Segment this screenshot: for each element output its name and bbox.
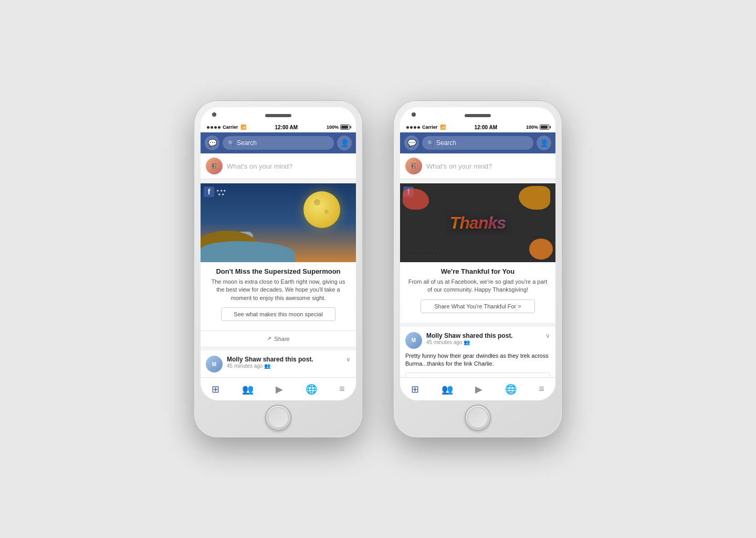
messenger-button-right[interactable]: 💬 (404, 136, 419, 150)
wifi-icon: 📶 (240, 125, 246, 130)
pumpkin-decoration (529, 239, 553, 260)
carrier-label-right: Carrier (422, 125, 438, 130)
share-icon: ↗ (267, 335, 271, 342)
nav-globe-left[interactable]: 🌐 (306, 384, 317, 395)
shared-post-text-right: Pretty funny how their gear dwindles as … (405, 352, 550, 368)
shared-post-header-left: M Molly Shaw shared this post. 45 minute… (206, 356, 351, 373)
feed-right[interactable]: 👫 What's on your mind? f Thanks (400, 153, 555, 377)
share-button-left[interactable]: ↗ Share (201, 330, 356, 346)
nav-menu-left[interactable]: ≡ (339, 384, 345, 395)
shared-post-header-right: M Molly Shaw shared this post. 45 minute… (405, 332, 550, 349)
signal-dot-r4 (417, 126, 420, 129)
chevron-down-icon-right[interactable]: ∨ (545, 332, 550, 339)
nested-post-right: P Peter Smith Yesterday at 9:30 · 👥 (405, 373, 550, 377)
messenger-button-left[interactable]: 💬 (205, 136, 219, 150)
wifi-icon-right: 📶 (440, 125, 446, 130)
signal-dot-3 (214, 126, 217, 129)
phone-top-hardware-right (400, 107, 555, 122)
home-button-left[interactable] (265, 405, 291, 431)
moon-scene: f ★ ★ ★ ★ ★ (201, 183, 356, 262)
facebook-navbar-right: 💬 🔍 Search 👤 (400, 132, 555, 153)
nav-globe-right[interactable]: 🌐 (505, 384, 517, 395)
user-avatar-left: 👫 (206, 158, 223, 174)
phones-container: Carrier 📶 12:00 AM 100% 💬 🔍 (173, 80, 583, 458)
chevron-down-icon-left[interactable]: ∨ (346, 356, 351, 363)
nav-friends-right[interactable]: 👥 (442, 384, 453, 395)
composer-placeholder-right[interactable]: What's on your mind? (426, 162, 550, 170)
shared-post-meta-right: Molly Shaw shared this post. 45 minutes … (426, 332, 541, 345)
supermoon-body: Don't Miss the Supersized Supermoon The … (201, 262, 356, 330)
nav-video-left[interactable]: ▶ (276, 384, 283, 395)
thanksgiving-description: From all of us at Facebook, we're so gla… (406, 278, 549, 294)
people-button-left[interactable]: 👤 (337, 136, 352, 150)
post-composer-right[interactable]: 👫 What's on your mind? (400, 153, 555, 179)
supermoon-image: f ★ ★ ★ ★ ★ (201, 183, 356, 262)
search-text-right: Search (436, 139, 456, 147)
thanksgiving-card: f Thanks · · · · · · · · · We're Thankfu… (400, 183, 555, 323)
supermoon-title: Don't Miss the Supersized Supermoon (207, 267, 350, 275)
squash-decoration-1 (403, 189, 429, 210)
feed-left[interactable]: 👫 What's on your mind? f ★ ★ ★ ★ ★ (201, 153, 356, 377)
bottom-nav-right: ⊞ 👥 ▶ 🌐 ≡ (400, 377, 555, 400)
phone-right: Carrier 📶 12:00 AM 100% 💬 🔍 (394, 101, 562, 437)
thanksgiving-title: We're Thankful for You (406, 267, 549, 275)
thanksgiving-body: We're Thankful for You From all of us at… (400, 262, 555, 323)
seeds-decoration: · · · · · · · · · (411, 254, 443, 257)
status-bar-right: Carrier 📶 12:00 AM 100% (400, 122, 555, 132)
phone-top-hardware (201, 107, 356, 122)
search-bar-left[interactable]: 🔍 Search (223, 136, 334, 150)
supermoon-description: The moon is extra close to Earth right n… (207, 278, 350, 302)
shared-post-left: M Molly Shaw shared this post. 45 minute… (201, 350, 356, 377)
fb-logo-left: f (204, 187, 214, 197)
status-left: Carrier 📶 (207, 125, 246, 130)
people-icon-left: 👤 (340, 139, 349, 147)
signal-bars-right (406, 126, 420, 129)
nav-friends-left[interactable]: 👥 (242, 384, 254, 395)
share-label-left: Share (274, 336, 289, 342)
composer-placeholder-left[interactable]: What's on your mind? (227, 162, 351, 170)
post-composer-left[interactable]: 👫 What's on your mind? (201, 153, 356, 179)
nav-feed-right[interactable]: ⊞ (411, 384, 419, 395)
signal-dot-r3 (414, 126, 416, 129)
nav-feed-left[interactable]: ⊞ (212, 384, 219, 395)
facebook-f-icon: f (208, 188, 211, 196)
battery-icon (340, 125, 350, 130)
people-button-right[interactable]: 👤 (537, 136, 551, 150)
front-camera-right (412, 112, 416, 117)
messenger-icon-right: 💬 (407, 139, 416, 147)
search-icon-right: 🔍 (427, 140, 434, 146)
shared-post-author-left: Molly Shaw shared this post. (227, 356, 342, 363)
status-battery-left: 100% (327, 125, 350, 130)
shared-post-right: M Molly Shaw shared this post. 45 minute… (400, 327, 555, 377)
search-text-left: Search (237, 139, 257, 147)
bottom-nav-left: ⊞ 👥 ▶ 🌐 ≡ (201, 377, 356, 400)
status-bar-left: Carrier 📶 12:00 AM 100% (201, 122, 356, 132)
signal-dot-4 (218, 126, 220, 129)
status-battery-right: 100% (526, 125, 549, 130)
nav-menu-right[interactable]: ≡ (539, 384, 544, 395)
carrier-label: Carrier (223, 125, 238, 130)
home-button-right[interactable] (465, 405, 491, 431)
shared-post-author-right: Molly Shaw shared this post. (426, 332, 541, 339)
status-time-right: 12:00 AM (474, 125, 497, 130)
user-avatar-right: 👫 (405, 158, 422, 174)
molly-avatar-right: M (405, 332, 422, 349)
thanksgiving-scene: f Thanks · · · · · · · · · (400, 183, 555, 262)
speaker (265, 114, 291, 117)
search-bar-right[interactable]: 🔍 Search (422, 136, 533, 150)
supermoon-cta-button[interactable]: See what makes this moon special (221, 307, 335, 321)
shared-post-meta-left: Molly Shaw shared this post. 45 minutes … (227, 356, 342, 369)
front-camera (212, 112, 216, 117)
squash-decoration-2 (519, 186, 550, 210)
nav-video-right[interactable]: ▶ (475, 384, 482, 395)
battery-fill-right (541, 126, 548, 129)
privacy-icon-right: 👥 (464, 339, 470, 345)
signal-bars (207, 126, 220, 129)
messenger-icon: 💬 (208, 139, 217, 147)
phone-left: Carrier 📶 12:00 AM 100% 💬 🔍 (194, 101, 362, 437)
phone-left-screen: Carrier 📶 12:00 AM 100% 💬 🔍 (201, 107, 356, 400)
signal-dot-r1 (406, 126, 409, 129)
search-icon-left: 🔍 (228, 140, 234, 146)
thanksgiving-cta-button[interactable]: Share What You're Thankful For > (421, 299, 535, 313)
signal-dot-r2 (410, 126, 413, 129)
